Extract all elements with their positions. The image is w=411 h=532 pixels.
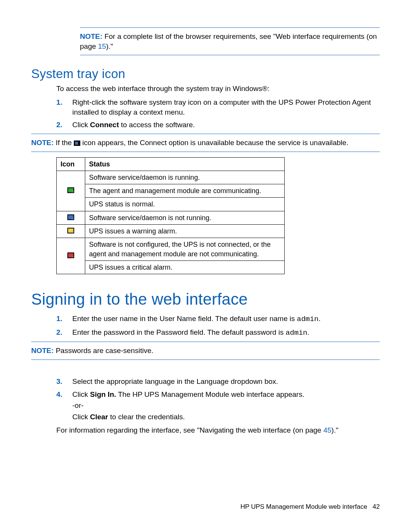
page-link-45[interactable]: 45 (323, 426, 331, 434)
text: Click (72, 390, 90, 398)
step-text: Select the appropriate language in the L… (72, 377, 380, 387)
text: to clear the credentials. (108, 413, 185, 421)
table-row: Software service/daemon is running. (57, 171, 285, 184)
systray-intro: To access the web interface through the … (56, 84, 380, 94)
note-text-after: )." (106, 42, 113, 50)
icon-cell (57, 238, 85, 274)
table-row: The agent and management module are comm… (57, 184, 285, 198)
note-password-case: NOTE: Passwords are case-sensitive. (31, 342, 380, 360)
text: )." (331, 426, 338, 434)
step-text: Click Sign In. The HP UPS Management Mod… (72, 390, 380, 422)
step-number: 2. (56, 120, 63, 130)
note-browser-requirements: NOTE: For a complete list of the browser… (80, 27, 380, 55)
note-text-before: If the (54, 139, 74, 147)
status-cell: UPS issues a warning alarm. (85, 225, 285, 238)
note-connect-unavailable: NOTE: If the icon appears, the Connect o… (31, 134, 380, 152)
status-cell: Software service/daemon is running. (85, 171, 285, 184)
systray-steps: 1. Right-click the software system tray … (56, 96, 380, 131)
status-cell: UPS issues a critical alarm. (85, 260, 285, 274)
icon-cell (57, 211, 85, 224)
text: . (319, 315, 320, 323)
table-row: UPS status is normal. (57, 198, 285, 211)
tray-critical-icon (67, 252, 74, 258)
page-number: 42 (373, 503, 380, 510)
heading-signing-in: Signing in to the web interface (31, 290, 380, 308)
table-header-row: Icon Status (57, 157, 285, 171)
list-item: 3. Select the appropriate language in th… (56, 375, 380, 388)
signin-outro: For information regarding the interface,… (56, 426, 380, 435)
step-number: 1. (56, 314, 63, 324)
text: Click (72, 413, 90, 421)
text: to access the software. (119, 121, 195, 129)
text: Click Clear to clear the credentials. (72, 412, 380, 422)
list-item: 2. Enter the password in the Password fi… (56, 326, 380, 340)
step-number: 2. (56, 328, 63, 338)
table-row: Software service/daemon is not running. (57, 211, 285, 224)
default-password: admin (285, 329, 307, 337)
step-text: Click Connect to access the software. (72, 120, 380, 130)
systray-icon-status-table: Icon Status Software service/daemon is r… (56, 157, 285, 275)
signin-keyword: Sign In. (90, 390, 116, 398)
step-number: 1. (56, 97, 63, 117)
tray-service-off-icon (67, 214, 74, 220)
heading-system-tray-icon: System tray icon (31, 67, 380, 81)
connect-keyword: Connect (90, 121, 119, 129)
text: Click (72, 121, 90, 129)
step-text: Enter the user name in the User Name fie… (72, 314, 380, 324)
icon-cell (57, 225, 85, 238)
list-item: 2. Click Connect to access the software. (56, 118, 380, 131)
status-cell: Software is not configured, the UPS is n… (85, 238, 285, 261)
step-number: 4. (56, 390, 63, 422)
list-item: 1. Enter the user name in the User Name … (56, 312, 380, 326)
page-link-15[interactable]: 15 (98, 42, 106, 50)
text: Enter the user name in the User Name fie… (72, 315, 297, 323)
footer-title: HP UPS Management Module web interface (241, 503, 367, 510)
text: Enter the password in the Password field… (72, 328, 285, 336)
status-cell: The agent and management module are comm… (85, 184, 285, 198)
note-text: Passwords are case-sensitive. (54, 347, 153, 355)
tray-warning-icon (67, 228, 74, 233)
icon-cell (57, 171, 85, 211)
tray-service-off-icon (74, 141, 80, 146)
document-page: NOTE: For a complete list of the browser… (0, 0, 411, 532)
step-text: Right-click the software system tray ico… (72, 97, 380, 117)
text: . (307, 328, 309, 336)
table-row: Software is not configured, the UPS is n… (57, 238, 285, 261)
table-row: UPS issues a warning alarm. (57, 225, 285, 238)
note-text-after: icon appears, the Connect option is unav… (80, 139, 349, 147)
list-item: 4. Click Sign In. The HP UPS Management … (56, 388, 380, 423)
spacer (31, 365, 380, 374)
note-label: NOTE: (31, 347, 54, 355)
signin-steps: 1. Enter the user name in the User Name … (56, 312, 380, 339)
text: The HP UPS Management Module web interfa… (116, 390, 304, 398)
note-label: NOTE: (31, 139, 54, 147)
col-icon: Icon (57, 157, 85, 171)
step-text: Enter the password in the Password field… (72, 328, 380, 338)
note-text-before: For a complete list of the browser requi… (80, 32, 377, 50)
note-label: NOTE: (80, 32, 102, 40)
col-status: Status (85, 157, 285, 171)
clear-keyword: Clear (90, 413, 108, 421)
page-footer: HP UPS Management Module web interface 4… (241, 503, 380, 511)
status-cell: Software service/daemon is not running. (85, 211, 285, 224)
default-username: admin (297, 315, 319, 323)
signin-steps-cont: 3. Select the appropriate language in th… (56, 375, 380, 423)
step-number: 3. (56, 377, 63, 387)
table-row: UPS issues a critical alarm. (57, 260, 285, 274)
text: For information regarding the interface,… (56, 426, 323, 434)
tray-normal-icon (67, 187, 74, 193)
list-item: 1. Right-click the software system tray … (56, 96, 380, 118)
or-text: -or- (72, 401, 380, 411)
status-cell: UPS status is normal. (85, 198, 285, 211)
